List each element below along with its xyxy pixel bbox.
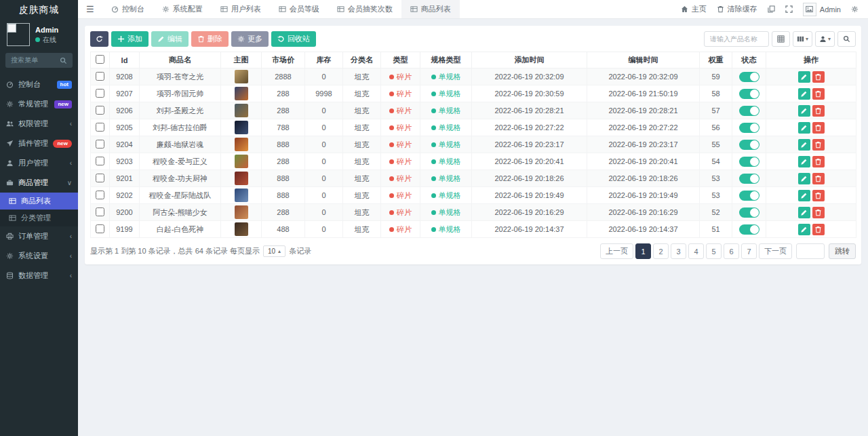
row-delete-button[interactable] — [812, 173, 825, 184]
row-edit-button[interactable] — [798, 173, 810, 184]
page-number-button[interactable]: 5 — [706, 243, 722, 259]
row-delete-button[interactable] — [812, 156, 825, 167]
status-toggle[interactable] — [739, 174, 760, 184]
page-number-button[interactable]: 2 — [653, 243, 669, 259]
nav-tab[interactable]: 用户列表 — [212, 0, 270, 18]
row-delete-button[interactable] — [812, 207, 825, 218]
status-toggle[interactable] — [739, 89, 760, 99]
sidebar-item[interactable]: 商品管理∨ — [0, 173, 78, 193]
row-checkbox[interactable] — [96, 123, 104, 132]
cell-name: 刘邦-圣殿之光 — [140, 102, 221, 119]
row-delete-button[interactable] — [812, 88, 825, 100]
home-button[interactable]: 主页 — [681, 4, 707, 14]
status-toggle[interactable] — [739, 207, 760, 218]
sidebar-item[interactable]: 数据管理‹ — [0, 266, 78, 285]
sidebar-item[interactable]: 系统设置‹ — [0, 246, 78, 266]
row-edit-button[interactable] — [798, 105, 810, 117]
nav-tab[interactable]: 商品列表 — [401, 0, 460, 18]
sidebar-item[interactable]: 控制台hot — [0, 75, 78, 94]
jump-button[interactable]: 跳转 — [829, 243, 856, 259]
row-checkbox[interactable] — [96, 89, 104, 98]
sidebar-item[interactable]: 常规管理new — [0, 94, 78, 114]
search-submit-button[interactable] — [837, 31, 856, 47]
page-number-button[interactable]: 6 — [724, 243, 739, 259]
column-header: 主图 — [221, 52, 262, 68]
add-button[interactable]: 添加 — [111, 31, 149, 47]
users-icon — [6, 120, 14, 127]
page-number-button[interactable]: 7 — [741, 243, 757, 259]
admin-dropdown[interactable]: Admin — [803, 3, 841, 16]
select-all-checkbox[interactable] — [96, 55, 104, 64]
row-checkbox[interactable] — [96, 140, 104, 148]
row-delete-button[interactable] — [812, 105, 825, 117]
row-delete-button[interactable] — [812, 122, 825, 134]
row-checkbox[interactable] — [96, 174, 104, 182]
nav-tab[interactable]: 系统配置 — [153, 0, 212, 18]
sidebar-subitem[interactable]: 商品列表 — [0, 193, 78, 210]
pencil-icon — [800, 72, 808, 82]
jump-page-input[interactable] — [796, 243, 825, 259]
cell-thumb — [221, 170, 262, 187]
sidebar-subitem[interactable]: 分类管理 — [0, 210, 78, 226]
row-edit-button[interactable] — [798, 71, 810, 83]
sidebar-item[interactable]: 用户管理‹ — [0, 153, 78, 173]
nav-tab[interactable]: 会员等级 — [270, 0, 328, 18]
row-edit-button[interactable] — [798, 224, 810, 235]
row-checkbox[interactable] — [96, 224, 104, 233]
settings-button[interactable] — [851, 5, 859, 13]
page-number-button[interactable]: 3 — [671, 243, 686, 259]
nav-tab[interactable]: 控制台 — [102, 0, 153, 18]
fullscreen-button[interactable] — [785, 5, 793, 13]
row-checkbox[interactable] — [96, 191, 104, 199]
header-checkbox-cell — [91, 52, 110, 68]
status-toggle[interactable] — [739, 224, 760, 235]
row-checkbox[interactable] — [96, 157, 104, 165]
row-edit-button[interactable] — [798, 156, 810, 167]
row-delete-button[interactable] — [812, 224, 825, 235]
column-header: 权重 — [700, 52, 732, 68]
row-checkbox[interactable] — [96, 207, 104, 216]
common-search-button[interactable] — [772, 31, 790, 47]
status-toggle[interactable] — [739, 140, 760, 150]
row-delete-button[interactable] — [812, 190, 825, 201]
row-edit-button[interactable] — [798, 122, 810, 134]
status-toggle[interactable] — [739, 191, 760, 201]
delete-button[interactable]: 删除 — [191, 31, 229, 47]
row-delete-button[interactable] — [812, 71, 825, 83]
page-size-select[interactable]: 10 ▴ — [263, 245, 285, 257]
row-checkbox[interactable] — [96, 106, 104, 115]
next-page-button[interactable]: 下一页 — [759, 243, 792, 259]
page-number-button[interactable]: 4 — [688, 243, 704, 259]
edit-button[interactable]: 编辑 — [151, 31, 189, 47]
pages-button[interactable] — [768, 5, 775, 13]
image-icon — [806, 5, 813, 13]
nav-tab[interactable]: 会员抽奖次数 — [328, 0, 401, 18]
status-toggle[interactable] — [739, 106, 760, 116]
row-edit-button[interactable] — [798, 207, 810, 218]
sidebar-item[interactable]: 插件管理new — [0, 134, 78, 153]
export-dropdown-button[interactable]: ▾ — [815, 31, 835, 47]
row-delete-button[interactable] — [812, 139, 825, 151]
status-toggle[interactable] — [739, 157, 760, 167]
cell-stock: 0 — [305, 221, 343, 238]
row-edit-button[interactable] — [798, 88, 810, 100]
sidebar-menu-search[interactable]: 搜索菜单 — [5, 53, 73, 68]
recycle-bin-button[interactable]: 回收站 — [271, 31, 316, 47]
status-toggle[interactable] — [739, 123, 760, 133]
product-search-input[interactable] — [704, 31, 769, 47]
sidebar-item[interactable]: 订单管理‹ — [0, 226, 78, 246]
row-checkbox[interactable] — [96, 72, 104, 81]
columns-dropdown-button[interactable]: ▾ — [793, 31, 812, 47]
row-edit-button[interactable] — [798, 139, 810, 151]
more-button[interactable]: 更多 — [231, 31, 269, 47]
status-toggle[interactable] — [739, 72, 760, 82]
prev-page-button[interactable]: 上一页 — [600, 243, 633, 259]
column-header: 库存 — [305, 52, 343, 68]
page-number-button[interactable]: 1 — [635, 243, 651, 259]
cell-status — [732, 204, 766, 221]
row-edit-button[interactable] — [798, 190, 810, 201]
clear-cache-button[interactable]: 清除缓存 — [717, 4, 757, 14]
refresh-button[interactable] — [90, 31, 108, 47]
hamburger-icon[interactable]: ☰ — [78, 4, 102, 14]
sidebar-item[interactable]: 权限管理‹ — [0, 114, 78, 134]
